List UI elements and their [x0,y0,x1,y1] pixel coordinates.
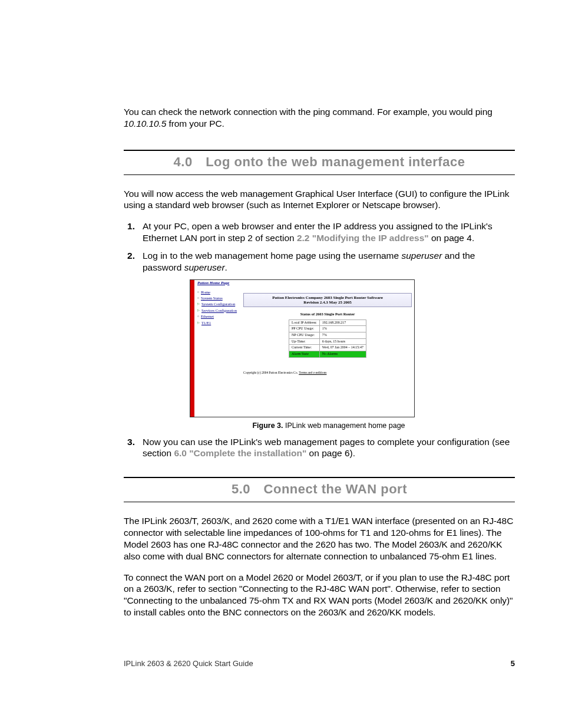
cell-key: Current Time: [289,345,320,351]
patton-home-link: Patton Home Page [197,281,229,286]
step-3: Now you can use the IPLink's web managem… [124,436,515,460]
intro-ping-paragraph: You can check the network connection wit… [124,106,515,130]
menu-item: Services Configuration [197,308,239,314]
section-5-p1: The IPLink 2603/T, 2603/K, and 2620 come… [124,515,515,562]
text: on page 6). [306,448,355,458]
step-1: At your PC, open a web browser and enter… [124,220,515,244]
sidebar-label: 2603 CONFIGURATION MENU [185,302,190,359]
menu-item: System Configuration [197,301,239,307]
footer-title: IPLink 2603 & 2620 Quick Start Guide [124,659,253,668]
ping-ip: 10.10.10.5 [124,118,166,129]
figure-number: Figure 3. [252,421,283,430]
section-5-p2: To connect the WAN port on a Model 2620 … [124,572,515,618]
text: on page 4. [429,233,475,243]
text: from your PC. [166,118,224,129]
figure-sidebar: 2603 CONFIGURATION MENU [190,280,194,417]
menu-item: System Status [197,295,239,301]
menu-item: T1/E1 [197,320,239,326]
cell-value: No Alarms [319,351,366,358]
menu-link: Ethernet [201,314,214,318]
status-table: Local IP Address:192.168.200.217PP CPU U… [289,319,366,358]
page-number: 5 [511,659,515,668]
table-row: Up-Time:6 days, 15 hours [289,338,366,345]
text: . [225,262,227,272]
document-page: You can check the network connection wit… [0,0,562,728]
section-4-steps: At your PC, open a web browser and enter… [124,220,515,459]
alarm-row: Alarm StateNo Alarms [289,351,366,358]
terms-link: Terms and conditions [299,371,326,374]
table-row: Current Time:Wed, 07 Jan 2004 – 14:15:47 [289,345,366,351]
figure-3-caption: Figure 3. IPLink web management home pag… [143,421,515,430]
xref-2-2: 2.2 "Modifying the IP address" [297,233,429,243]
cell-value: 6 days, 15 hours [319,338,366,345]
menu-link: T1/E1 [201,321,211,325]
text: You can check the network connection wit… [124,107,492,117]
table-row: PP CPU Usage:1% [289,326,366,332]
section-header-4: 4.0 Log onto the web management interfac… [124,150,515,175]
banner-line1: Patton Electronics Company 2603 Single P… [272,295,383,300]
banner-line2: Revision 2.4.3 May 25 2005 [303,300,351,305]
config-menu: HomeSystem StatusSystem ConfigurationSer… [197,289,239,326]
xref-6-0: 6.0 "Complete the installation" [174,448,306,458]
table-row: NP CPU Usage:7% [289,332,366,339]
figure-subtitle: Status of 2603 Single Port Router [243,312,412,317]
step-2: Log in to the web management home page u… [124,250,515,430]
copyright-text: Copyright (c) 2004 Patton Electronics Co… [243,371,299,374]
section-4-lede: You will now access the web management G… [124,188,515,212]
page-footer: IPLink 2603 & 2620 Quick Start Guide 5 [124,659,515,668]
figure-3-screenshot: 2603 CONFIGURATION MENU Patton Home Page… [190,279,415,417]
figure-main: Patton Electronics Company 2603 Single P… [243,293,412,375]
menu-link: Home [201,290,210,294]
cell-value: 1% [319,326,366,332]
password: superuser [184,262,225,272]
figure-copyright: Copyright (c) 2004 Patton Electronics Co… [243,371,412,375]
cell-value: Wed, 07 Jan 2004 – 14:15:47 [319,345,366,351]
menu-item: Ethernet [197,314,239,319]
username: superuser [401,251,442,261]
section-5-title: 5.0 Connect the WAN port [124,482,515,497]
menu-link: System Configuration [201,302,235,306]
menu-link: Services Configuration [201,308,237,312]
cell-value: 192.168.200.217 [319,319,366,326]
cell-key: Up-Time: [289,338,320,345]
cell-value: 7% [319,332,366,339]
table-row: Local IP Address:192.168.200.217 [289,319,366,326]
section-4-title: 4.0 Log onto the web management interfac… [124,154,515,170]
cell-key: Local IP Address: [289,319,320,326]
section-header-5: 5.0 Connect the WAN port [124,477,515,502]
cell-key: Alarm State [289,351,320,358]
cell-key: NP CPU Usage: [289,332,320,339]
menu-link: System Status [201,296,223,300]
cell-key: PP CPU Usage: [289,326,320,332]
figure-caption-text: IPLink web management home page [283,421,405,430]
text: Log in to the web management home page u… [143,251,401,261]
menu-item: Home [197,289,239,295]
figure-banner: Patton Electronics Company 2603 Single P… [243,293,412,308]
